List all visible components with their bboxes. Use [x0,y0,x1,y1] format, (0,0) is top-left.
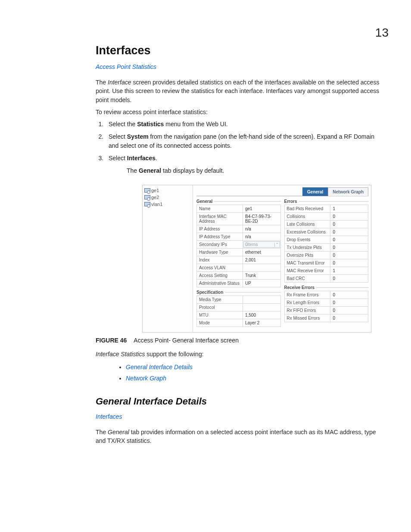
nav-item-ge1[interactable]: ge1 [144,187,191,194]
text: Select [109,133,127,140]
table-row: Bad Pkts Received1 [284,205,368,213]
cell-label: Name [197,205,243,213]
cell-value: ethernet [243,249,280,256]
table-row: Tx Undersize Pkts0 [284,244,368,252]
cell-value: 0 [330,228,368,236]
text: Receive Errors [284,285,315,290]
cell-value: 1 [330,205,368,213]
text: screen provides detailed statistics on e… [96,79,379,103]
list-item: Network Graph [126,373,381,384]
page-number: 13 [375,26,389,40]
cell-value [243,264,280,272]
cell-label: IP Address Type [197,233,243,241]
cell-value: 0 [330,299,368,307]
errors-table: Bad Pkts Received1 Collisions0 Late Coll… [284,205,369,283]
cell-label: Bad CRC [284,275,330,283]
table-row: Oversize Pkts0 [284,252,368,259]
section-title-errors: Errors [284,199,369,204]
table-row: Access VLAN [197,264,281,272]
table-row: Access SettingTrunk [197,272,281,280]
cell-label: Secondary IPs [197,241,243,249]
link-general-interface-details[interactable]: General Interface Details [126,362,193,373]
text: tab displays by default. [161,167,224,174]
cell-label: MAC Receive Error [284,267,330,275]
cell-value: 1 [330,267,368,275]
cell-label: Oversize Pkts [284,252,330,259]
list-item: Select the Statistics menu from the Web … [105,120,381,129]
text: support the following: [145,351,203,358]
menu-system: System [127,133,149,140]
chevron-down-icon: ˅ [274,243,278,247]
table-row: Drop Events0 [284,236,368,244]
text: General [196,199,212,204]
cell-label: Excessive Collisions [284,228,330,236]
nav-label: vlan1 [151,202,162,207]
cell-label: Mode [197,319,243,327]
support-sentence: Interface Statistics support the followi… [96,350,381,358]
text: Interface Statistics [96,351,145,358]
section-title-receive-errors: Receive Errors [284,285,369,290]
heading-general-interface-details: General Interface Details [96,396,381,407]
link-network-graph[interactable]: Network Graph [126,373,166,384]
cell-label: Bad Pkts Received [284,205,330,213]
text: The [96,79,108,86]
text: tab provides information on a selected a… [96,429,376,444]
cell-label: Drop Events [284,236,330,244]
main-content: Interfaces Access Point Statistics The I… [96,44,381,445]
cell-label: Media Type [197,296,243,304]
cell-label: IP Address [197,225,243,233]
cell-label: Rx Length Errors [284,299,330,307]
instruction-lead: To review access point interface statist… [96,108,381,116]
table-row: Administrative StatusUP [197,280,281,287]
cell-value: B4-C7-99-73-BE-2D [243,213,280,225]
secondary-ips-select[interactable]: 0items ˅ [243,241,280,248]
list-item: General Interface Details [126,362,381,373]
cell-value: UP [243,280,280,287]
intro-paragraph: The Interface screen provides detailed s… [96,78,381,104]
table-row: Hardware Typeethernet [197,249,281,256]
table-row: MTU1,500 [197,311,281,319]
cell-value: Layer 2 [243,319,280,327]
interface-icon [144,202,149,206]
cell-value: Trunk [243,272,280,280]
nav-item-vlan1[interactable]: vlan1 [144,201,191,208]
cell-value [243,304,280,311]
text: from the navigation pane (on the left-ha… [109,133,374,149]
cell-value: 0 [330,252,368,259]
cell-label: Rx Missed Errors [284,314,330,322]
figure-number: FIGURE 46 [96,337,127,344]
tab-general[interactable]: General [302,187,328,196]
cell-label: MTU [197,311,243,319]
tab-bar: General Network Graph [196,187,368,196]
table-row: Namege1 [197,205,281,213]
figure-caption: FIGURE 46Access Point- General Interface… [96,337,381,344]
cell-label: Collisions [284,213,330,221]
interface-icon [144,188,149,193]
table-row: MAC Receive Error1 [284,267,368,275]
cell-label: Tx Undersize Pkts [284,244,330,252]
cell-value: 0 [330,259,368,267]
text: The [127,167,139,174]
cell-value: 0 [330,213,368,221]
interface-nav-panel: ge1 ge2 vlan1 [143,185,193,332]
text: Specification [196,290,223,295]
tab-network-graph[interactable]: Network Graph [328,187,368,196]
general-table: Namege1 Interface MAC AddressB4-C7-99-73… [196,205,281,287]
instruction-list: Select the Statistics menu from the Web … [96,120,381,163]
heading-interfaces: Interfaces [96,44,381,57]
cell-value: 0 [330,291,368,299]
link-interfaces[interactable]: Interfaces [96,413,122,420]
cell-label: Administrative Status [197,280,243,287]
nav-item-ge2[interactable]: ge2 [144,194,191,201]
figure-caption-text: Access Point- General Interface screen [134,337,239,344]
table-row: Rx Frame Errors0 [284,291,368,299]
link-access-point-statistics[interactable]: Access Point Statistics [96,63,156,70]
cell-label: Late Collisions [284,221,330,228]
text: The [96,429,108,436]
cell-label: Access VLAN [197,264,243,272]
table-row: Protocol [197,304,281,311]
table-row: Secondary IPs 0items ˅ [197,241,281,249]
cell-value [243,296,280,304]
text: . [156,155,157,162]
nav-label: ge2 [151,195,159,200]
